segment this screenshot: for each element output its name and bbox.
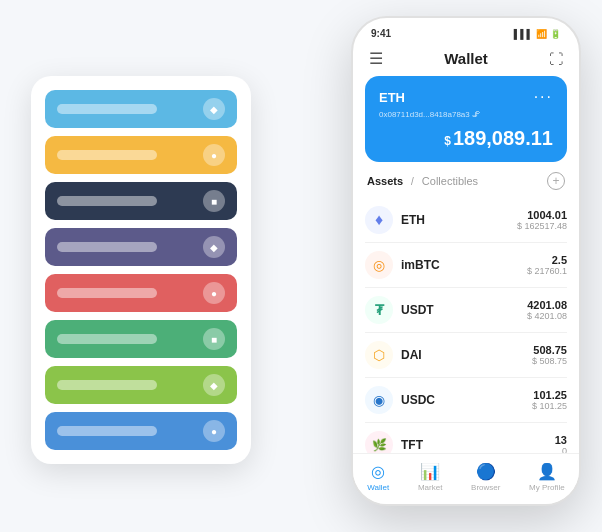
asset-item-eth[interactable]: ♦ ETH 1004.01 $ 162517.48 bbox=[365, 198, 567, 243]
stack-card-icon-1: ◆ bbox=[203, 98, 225, 120]
stack-card-icon-4: ◆ bbox=[203, 236, 225, 258]
asset-name-usdc: USDC bbox=[401, 393, 532, 407]
asset-item-imbtc[interactable]: ◎ imBTC 2.5 $ 21760.1 bbox=[365, 243, 567, 288]
asset-values-dai: 508.75 $ 508.75 bbox=[532, 344, 567, 366]
nav-title: Wallet bbox=[444, 50, 488, 67]
bottom-nav-browser[interactable]: 🔵 Browser bbox=[471, 462, 500, 492]
stack-card-icon-6: ■ bbox=[203, 328, 225, 350]
stack-card-icon-7: ◆ bbox=[203, 374, 225, 396]
asset-icon-tft: 🌿 bbox=[365, 431, 393, 453]
asset-values-imbtc: 2.5 $ 21760.1 bbox=[527, 254, 567, 276]
assets-header: Assets / Collectibles + bbox=[353, 172, 579, 198]
eth-card-header: ETH ··· bbox=[379, 88, 553, 106]
asset-item-dai[interactable]: ⬡ DAI 508.75 $ 508.75 bbox=[365, 333, 567, 378]
eth-card-label: ETH bbox=[379, 90, 405, 105]
asset-amount-dai: 508.75 bbox=[532, 344, 567, 356]
asset-amount-tft: 13 bbox=[555, 434, 567, 446]
expand-icon[interactable]: ⛶ bbox=[549, 51, 563, 67]
stack-card-bar-6 bbox=[57, 334, 157, 344]
wallet-nav-icon: ◎ bbox=[371, 462, 385, 481]
stack-card-5: ● bbox=[45, 274, 237, 312]
stack-card-bar-1 bbox=[57, 104, 157, 114]
asset-name-usdt: USDT bbox=[401, 303, 527, 317]
tab-divider: / bbox=[411, 176, 414, 187]
asset-values-eth: 1004.01 $ 162517.48 bbox=[517, 209, 567, 231]
tab-assets[interactable]: Assets bbox=[367, 175, 403, 187]
bottom-nav-wallet[interactable]: ◎ Wallet bbox=[367, 462, 389, 492]
asset-name-tft: TFT bbox=[401, 438, 555, 452]
asset-icon-usdc: ◉ bbox=[365, 386, 393, 414]
bottom-nav-profile[interactable]: 👤 My Profile bbox=[529, 462, 565, 492]
market-nav-icon: 📊 bbox=[420, 462, 440, 481]
asset-values-usdc: 101.25 $ 101.25 bbox=[532, 389, 567, 411]
bottom-nav-market[interactable]: 📊 Market bbox=[418, 462, 442, 492]
asset-amount-usdc: 101.25 bbox=[532, 389, 567, 401]
eth-amount: $189,089.11 bbox=[379, 127, 553, 150]
asset-values-tft: 13 0 bbox=[555, 434, 567, 453]
eth-card-dots: ··· bbox=[534, 88, 553, 106]
bottom-nav: ◎ Wallet 📊 Market 🔵 Browser 👤 My Profile bbox=[353, 453, 579, 504]
asset-item-usdc[interactable]: ◉ USDC 101.25 $ 101.25 bbox=[365, 378, 567, 423]
asset-amount-eth: 1004.01 bbox=[517, 209, 567, 221]
stack-card-icon-5: ● bbox=[203, 282, 225, 304]
asset-item-tft[interactable]: 🌿 TFT 13 0 bbox=[365, 423, 567, 453]
tab-collectibles[interactable]: Collectibles bbox=[422, 175, 478, 187]
stack-card-2: ● bbox=[45, 136, 237, 174]
asset-name-dai: DAI bbox=[401, 348, 532, 362]
stack-card-icon-2: ● bbox=[203, 144, 225, 166]
asset-amount-imbtc: 2.5 bbox=[527, 254, 567, 266]
eth-card[interactable]: ETH ··· 0x08711d3d...8418a78a3 🖇 $189,08… bbox=[365, 76, 567, 162]
menu-icon[interactable]: ☰ bbox=[369, 49, 383, 68]
browser-nav-icon: 🔵 bbox=[476, 462, 496, 481]
status-icons: ▌▌▌ 📶 🔋 bbox=[514, 29, 561, 39]
asset-usd-usdc: $ 101.25 bbox=[532, 401, 567, 411]
eth-currency-symbol: $ bbox=[444, 134, 451, 148]
stack-card-bar-8 bbox=[57, 426, 157, 436]
wallet-nav-label: Wallet bbox=[367, 483, 389, 492]
battery-icon: 🔋 bbox=[550, 29, 561, 39]
stack-card-3: ■ bbox=[45, 182, 237, 220]
market-nav-label: Market bbox=[418, 483, 442, 492]
eth-amount-value: 189,089.11 bbox=[453, 127, 553, 149]
stack-card-bar-2 bbox=[57, 150, 157, 160]
scene: ◆ ● ■ ◆ ● ■ ◆ ● bbox=[11, 16, 591, 516]
asset-usd-tft: 0 bbox=[555, 446, 567, 453]
stack-card-1: ◆ bbox=[45, 90, 237, 128]
assets-add-button[interactable]: + bbox=[547, 172, 565, 190]
stack-card-bar-7 bbox=[57, 380, 157, 390]
stack-card-bar-5 bbox=[57, 288, 157, 298]
stack-card-bar-4 bbox=[57, 242, 157, 252]
asset-usd-eth: $ 162517.48 bbox=[517, 221, 567, 231]
status-time: 9:41 bbox=[371, 28, 391, 39]
asset-item-usdt[interactable]: ₮ USDT 4201.08 $ 4201.08 bbox=[365, 288, 567, 333]
browser-nav-label: Browser bbox=[471, 483, 500, 492]
status-bar: 9:41 ▌▌▌ 📶 🔋 bbox=[353, 18, 579, 43]
stack-card-icon-8: ● bbox=[203, 420, 225, 442]
profile-nav-label: My Profile bbox=[529, 483, 565, 492]
stack-card-bar-3 bbox=[57, 196, 157, 206]
asset-usd-usdt: $ 4201.08 bbox=[527, 311, 567, 321]
asset-icon-dai: ⬡ bbox=[365, 341, 393, 369]
stack-card-icon-3: ■ bbox=[203, 190, 225, 212]
asset-icon-eth: ♦ bbox=[365, 206, 393, 234]
asset-usd-imbtc: $ 21760.1 bbox=[527, 266, 567, 276]
asset-amount-usdt: 4201.08 bbox=[527, 299, 567, 311]
assets-tabs: Assets / Collectibles bbox=[367, 175, 478, 187]
asset-list: ♦ ETH 1004.01 $ 162517.48 ◎ imBTC 2.5 $ … bbox=[353, 198, 579, 453]
signal-icon: ▌▌▌ bbox=[514, 29, 533, 39]
profile-nav-icon: 👤 bbox=[537, 462, 557, 481]
asset-name-imbtc: imBTC bbox=[401, 258, 527, 272]
eth-address: 0x08711d3d...8418a78a3 🖇 bbox=[379, 110, 553, 119]
asset-icon-usdt: ₮ bbox=[365, 296, 393, 324]
phone-mockup: 9:41 ▌▌▌ 📶 🔋 ☰ Wallet ⛶ ETH ··· 0x08711d… bbox=[351, 16, 581, 506]
asset-values-usdt: 4201.08 $ 4201.08 bbox=[527, 299, 567, 321]
stack-card-6: ■ bbox=[45, 320, 237, 358]
nav-bar: ☰ Wallet ⛶ bbox=[353, 43, 579, 76]
wifi-icon: 📶 bbox=[536, 29, 547, 39]
asset-name-eth: ETH bbox=[401, 213, 517, 227]
card-stack: ◆ ● ■ ◆ ● ■ ◆ ● bbox=[31, 76, 251, 464]
stack-card-4: ◆ bbox=[45, 228, 237, 266]
asset-icon-imbtc: ◎ bbox=[365, 251, 393, 279]
stack-card-7: ◆ bbox=[45, 366, 237, 404]
asset-usd-dai: $ 508.75 bbox=[532, 356, 567, 366]
